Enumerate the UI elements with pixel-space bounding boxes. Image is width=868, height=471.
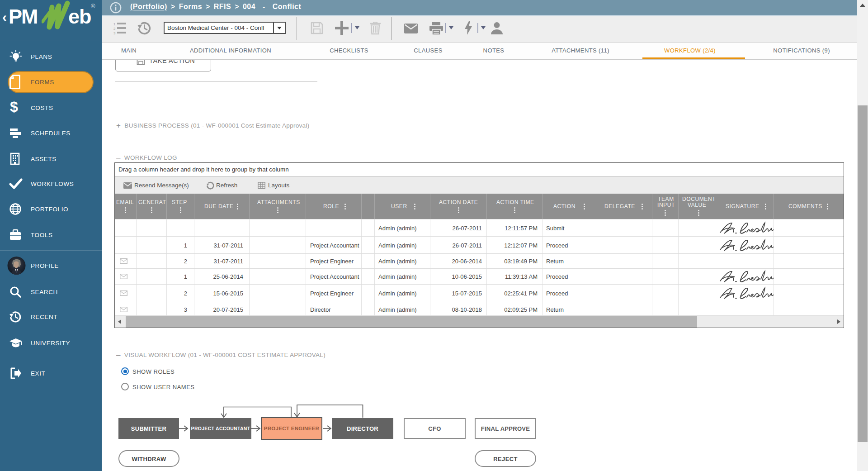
- svg-text:1: 1: [113, 22, 116, 26]
- svg-text:3: 3: [113, 31, 116, 34]
- svg-text:2: 2: [113, 27, 116, 31]
